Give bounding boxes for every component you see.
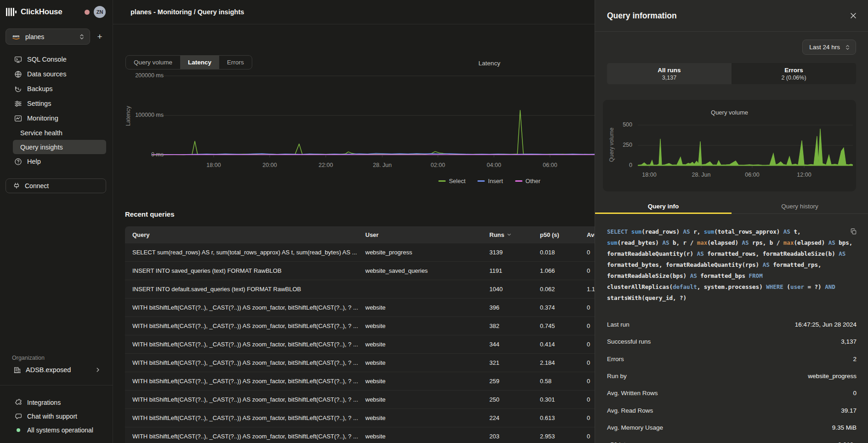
monitoring-icon: [14, 115, 23, 122]
segment-errors[interactable]: Errors 2 (0.06%): [732, 63, 856, 84]
sidebar-item-label: Service health: [20, 129, 62, 137]
building-icon: [13, 366, 21, 374]
table-cell: 0.414: [533, 341, 579, 348]
copy-icon[interactable]: [850, 228, 857, 235]
sidebar-item-monitoring[interactable]: Monitoring: [6, 111, 106, 126]
organization-name: ADSB.exposed: [26, 366, 71, 374]
legend-item-other[interactable]: Other: [515, 178, 541, 184]
column-header-query[interactable]: Query: [125, 231, 358, 238]
table-cell: 250: [482, 396, 533, 403]
sidebar-item-help[interactable]: Help: [6, 154, 106, 169]
runs-errors-segmented-control: All runs 3,137 Errors 2 (0.06%): [607, 63, 856, 84]
legend-label: Other: [526, 178, 541, 184]
connect-button[interactable]: Connect: [6, 178, 106, 193]
sidebar-item-backups[interactable]: Backups: [6, 81, 106, 96]
table-cell: INSERT INTO default.saved_queries (text)…: [125, 286, 358, 293]
x-axis-tick-label: 06:00: [738, 172, 766, 178]
sidebar-item-settings[interactable]: Settings: [6, 96, 106, 111]
organization-item[interactable]: ADSB.exposed: [6, 362, 106, 377]
avatar[interactable]: ZN: [94, 6, 106, 18]
sidebar-item-sql-console[interactable]: SQL Console: [6, 52, 106, 67]
legend-item-insert[interactable]: Insert: [477, 178, 503, 184]
time-range-select[interactable]: Last 24 hrs: [802, 40, 856, 55]
service-select[interactable]: aws planes: [6, 29, 90, 45]
aws-icon: aws: [11, 34, 21, 40]
table-cell: website: [358, 378, 482, 385]
stat-value: 16:47:25, Jun 28 2024: [795, 321, 857, 328]
sidebar-item-data-sources[interactable]: Data sources: [6, 67, 106, 81]
tab-query-info[interactable]: Query info: [595, 200, 732, 213]
brand-row: ClickHouse ZN: [0, 0, 113, 24]
table-cell: 321: [482, 359, 533, 366]
add-service-button[interactable]: +: [93, 30, 106, 43]
stat-label: Last run: [607, 321, 630, 328]
sidebar-nav: SQL ConsoleData sourcesBackupsSettingsMo…: [0, 52, 113, 169]
footer-item-label: Integrations: [27, 399, 61, 406]
table-cell: 0.745: [533, 322, 579, 329]
column-header-user[interactable]: User: [358, 231, 482, 238]
table-cell: 0.301: [533, 396, 579, 403]
column-header-runs[interactable]: Runs: [482, 231, 533, 238]
close-icon[interactable]: [850, 12, 857, 19]
footer-item-integrations[interactable]: Integrations: [6, 396, 106, 409]
y-axis-tick-label: 250: [603, 142, 632, 148]
stat-label: Run by: [607, 373, 627, 380]
backups-icon: [14, 85, 23, 93]
x-axis-tick-label: 20:00: [254, 162, 286, 168]
chevron-updown-icon: [79, 34, 85, 40]
stat-row-last-run: Last run16:47:25, Jun 28 2024: [607, 316, 857, 333]
table-cell: 0.374: [533, 304, 579, 311]
stat-row-avg-memory-usage: Avg. Memory Usage9.35 MiB: [607, 419, 857, 436]
stat-label: Successful runs: [607, 338, 651, 345]
stat-label: Avg. Written Rows: [607, 390, 658, 397]
legend-swatch-icon: [515, 180, 522, 182]
legend-item-select[interactable]: Select: [438, 178, 465, 184]
sidebar-item-label: Query insights: [20, 144, 63, 151]
chevron-updown-icon: [845, 44, 850, 51]
sidebar-item-label: Monitoring: [27, 115, 58, 122]
x-axis-tick-label: 18:00: [198, 162, 230, 168]
chat-icon: [14, 413, 23, 420]
y-axis-tick-label: 100000 ms: [113, 112, 164, 118]
sidebar-footer: IntegrationsChat with supportAll systems…: [0, 396, 113, 437]
column-header-p50-s[interactable]: p50 (s): [533, 231, 579, 238]
table-cell: 2.953: [533, 433, 579, 440]
segment-all-runs[interactable]: All runs 3,137: [607, 63, 732, 84]
stat-value: 0.018s: [838, 441, 857, 443]
sidebar-item-query-insights[interactable]: Query insights: [13, 140, 106, 154]
x-axis-tick-label: 18:00: [635, 172, 663, 178]
sort-down-icon: [507, 232, 511, 237]
page-title: planes - Monitoring / Query insights: [130, 8, 244, 16]
table-cell: WITH bitShiftLeft(CAST(?..), _CAST(?..))…: [125, 341, 358, 348]
panel-controls: Last 24 hrs: [595, 32, 868, 55]
table-cell: website: [358, 396, 482, 403]
segment-value: 2 (0.06%): [781, 75, 806, 81]
table-cell: 1040: [482, 286, 533, 293]
table-cell: website: [358, 341, 482, 348]
stat-row-run-by: Run bywebsite_progress: [607, 368, 857, 385]
organization-label: Organization: [12, 355, 113, 361]
help-icon: [14, 158, 23, 166]
table-cell: 0.58: [533, 378, 579, 385]
table-cell: 259: [482, 378, 533, 385]
table-cell: website: [358, 359, 482, 366]
table-cell: 2.184: [533, 359, 579, 366]
segment-value: 3,137: [662, 75, 676, 81]
table-cell: WITH bitShiftLeft(CAST(?..), _CAST(?..))…: [125, 304, 358, 311]
legend-label: Select: [449, 178, 465, 184]
sidebar-item-label: Help: [27, 158, 41, 165]
tab-query-history[interactable]: Query history: [732, 200, 868, 213]
stat-value: 2: [853, 356, 857, 362]
x-axis-tick-label: 04:00: [478, 162, 510, 168]
segment-label: Errors: [784, 67, 803, 74]
sidebar-item-service-health[interactable]: Service health: [13, 126, 106, 140]
footer-item-chat-with-support[interactable]: Chat with support: [6, 409, 106, 423]
table-cell: INSERT INTO saved_queries (text) FORMAT …: [125, 267, 358, 274]
footer-item-label: All systems operational: [27, 426, 93, 434]
table-cell: 344: [482, 341, 533, 348]
service-name: planes: [25, 33, 75, 40]
stat-row-errors: Errors2: [607, 351, 857, 368]
query-volume-title: Query volume: [603, 109, 856, 116]
footer-item-all-systems-operational[interactable]: All systems operational: [6, 423, 106, 437]
time-range-value: Last 24 hrs: [809, 44, 840, 51]
